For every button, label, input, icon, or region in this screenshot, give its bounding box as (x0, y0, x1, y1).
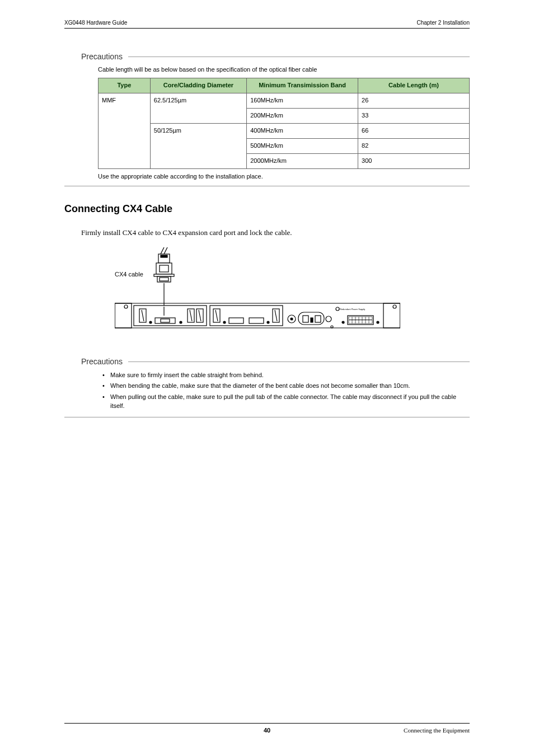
section-body: Firmly install CX4 cable to CX4 expansio… (81, 228, 470, 237)
table-row: MMF 62.5/125µm 160MHz/km 26 (99, 93, 470, 108)
precautions-outro: Use the appropriate cable according to t… (98, 172, 470, 181)
title-rule (128, 361, 470, 362)
precautions-title-2: Precautions (81, 357, 128, 366)
svg-line-1 (164, 247, 167, 254)
svg-line-0 (161, 247, 164, 254)
precautions-cable-length: Precautions Cable length will be as belo… (64, 52, 470, 186)
list-item: Make sure to firmly insert the cable str… (98, 370, 470, 380)
cx4-diagram-icon: CX4 cable (115, 247, 400, 337)
cell-band: 160MHz/km (247, 93, 358, 108)
precautions-cx4: Precautions Make sure to firmly insert t… (64, 357, 470, 417)
precaution-list: Make sure to firmly insert the cable str… (98, 370, 470, 411)
title-rule (128, 57, 470, 57)
svg-point-17 (149, 321, 152, 323)
svg-point-33 (267, 321, 269, 323)
precautions-title: Precautions (81, 52, 128, 61)
figure-caption: CX4 cable (115, 271, 143, 278)
cell-length: 300 (358, 153, 470, 168)
svg-rect-6 (154, 274, 174, 276)
cell-diam: 50/125µm (150, 123, 246, 168)
cell-band: 2000MHz/km (247, 153, 358, 168)
header-right: Chapter 2 Installation (416, 20, 470, 26)
cell-band: 500MHz/km (247, 138, 358, 153)
svg-point-45 (342, 321, 344, 323)
cable-length-table: Type Core/Cladding Diameter Minimum Tran… (98, 78, 470, 169)
running-header: XG0448 Hardware Guide Chapter 2 Installa… (64, 20, 470, 29)
svg-rect-8 (160, 278, 168, 281)
page-footer: 40 Connecting the Equipment (64, 723, 470, 734)
rear-label: Redundant Power Supply (340, 308, 365, 311)
th-diam: Core/Cladding Diameter (150, 78, 246, 93)
list-item: When bending the cable, make sure that t… (98, 381, 470, 391)
cell-diam: 62.5/125µm (150, 93, 246, 123)
svg-point-30 (223, 321, 226, 323)
cx4-figure: CX4 cable (115, 247, 470, 337)
svg-point-55 (377, 321, 379, 323)
precautions-intro: Cable length will be as below based on t… (98, 65, 470, 74)
svg-rect-3 (161, 255, 167, 257)
page-number: 40 (64, 727, 470, 734)
cell-type: MMF (99, 93, 151, 168)
svg-point-37 (291, 318, 293, 320)
svg-rect-40 (311, 318, 313, 322)
th-band: Minimum Transimission Band (247, 78, 358, 93)
cell-length: 66 (358, 123, 470, 138)
svg-point-20 (180, 321, 182, 323)
cell-length: 33 (358, 108, 470, 123)
table-row: 50/125µm 400MHz/km 66 (99, 123, 470, 138)
th-type: Type (99, 78, 151, 93)
cell-length: 82 (358, 138, 470, 153)
cell-length: 26 (358, 93, 470, 108)
section-heading: Connecting CX4 Cable (64, 203, 470, 215)
cell-band: 400MHz/km (247, 123, 358, 138)
header-left: XG0448 Hardware Guide (64, 20, 127, 26)
svg-rect-5 (160, 265, 168, 272)
th-length: Cable Length (m) (358, 78, 470, 93)
cell-band: 200MHz/km (247, 108, 358, 123)
list-item: When pulling out the cable, make sure to… (98, 392, 470, 411)
